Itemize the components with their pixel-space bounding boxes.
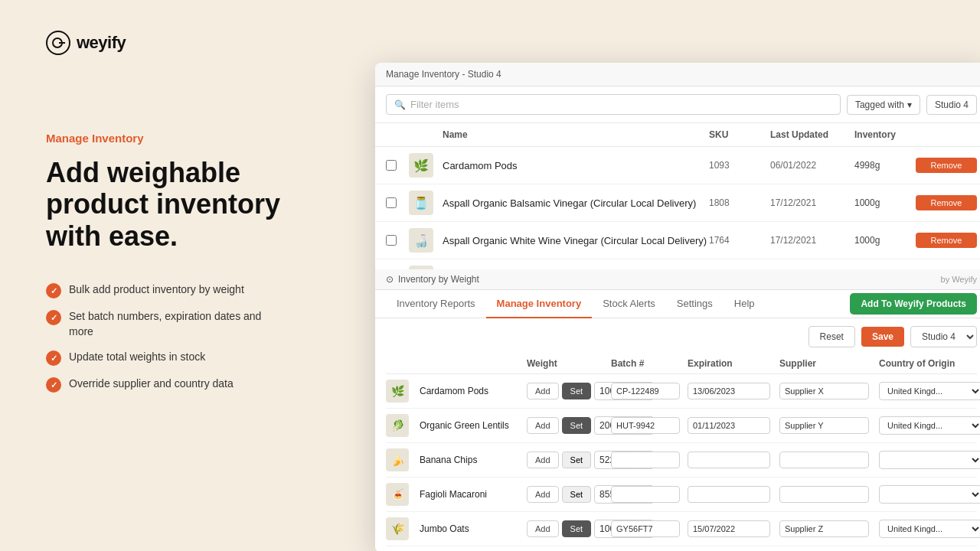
avatar: 🌿 <box>386 380 409 403</box>
feature-text: Update total weights in stock <box>69 350 205 365</box>
batch-input[interactable] <box>611 452 680 468</box>
remove-button[interactable]: Remove <box>916 233 977 248</box>
col-inventory: Inventory <box>854 129 916 140</box>
avatar: 🍶 <box>409 228 433 253</box>
tab-stock-alerts[interactable]: Stock Alerts <box>592 290 666 318</box>
product-name: Banana Chips <box>420 455 527 465</box>
list-item: Update total weights in stock <box>46 350 283 366</box>
table-header: Name SKU Last Updated Inventory <box>375 123 980 147</box>
logo-text: weyify <box>77 33 126 53</box>
feature-text: Set batch numbers, expiration dates and … <box>69 309 283 339</box>
add-button[interactable]: Add <box>527 383 559 399</box>
add-button[interactable]: Add <box>527 486 559 503</box>
tab-manage-inventory[interactable]: Manage Inventory <box>486 290 593 318</box>
left-panel: weyify Manage Inventory Add weighable pr… <box>0 0 329 551</box>
row-checkbox[interactable] <box>386 197 397 208</box>
feature-text: Override supplier and country data <box>69 377 234 392</box>
tab-inventory-reports[interactable]: Inventory Reports <box>386 290 486 318</box>
supplier-input[interactable] <box>779 417 869 434</box>
weyify-icon: ⊙ <box>386 274 394 285</box>
set-button[interactable]: Set <box>562 452 592 468</box>
remove-button[interactable]: Remove <box>916 158 977 173</box>
country-select[interactable] <box>879 485 980 504</box>
filter-bar: 🔍 Filter items Tagged with ▾ Studio 4 <box>375 86 980 123</box>
search-box[interactable]: 🔍 Filter items <box>386 94 841 115</box>
add-weyify-products-button[interactable]: Add To Weyify Products <box>850 293 977 315</box>
product-name: Jumbo Oats <box>420 523 527 534</box>
supplier-input[interactable] <box>779 486 869 503</box>
check-icon <box>46 310 61 325</box>
table-row: 🌾 Jumbo Oats 1001 06/01/2022 10000g Remo… <box>375 259 980 269</box>
manage-row: 🍌 Banana Chips Add Set ▲ ▼ <box>386 443 977 478</box>
add-button[interactable]: Add <box>527 520 559 537</box>
tab-help[interactable]: Help <box>724 290 766 318</box>
batch-input[interactable] <box>611 383 680 399</box>
reset-button[interactable]: Reset <box>808 326 855 347</box>
studio-select[interactable]: Studio 4 <box>910 326 977 347</box>
check-icon <box>46 377 61 393</box>
save-button[interactable]: Save <box>861 327 904 347</box>
table-row: 🌿 Cardamom Pods 1093 06/01/2022 4998g Re… <box>375 147 980 184</box>
avatar: 🥬 <box>386 414 409 437</box>
manage-col-name <box>420 358 527 369</box>
date-value: 06/01/2022 <box>770 160 854 171</box>
weyify-label: Inventory by Weight <box>398 274 479 285</box>
expiry-input[interactable] <box>688 383 770 399</box>
batch-input[interactable] <box>611 520 680 537</box>
search-placeholder: Filter items <box>410 99 459 110</box>
supplier-input[interactable] <box>779 520 869 537</box>
batch-input[interactable] <box>611 417 680 434</box>
set-button[interactable]: Set <box>562 520 592 537</box>
main-headline: Add weighable product inventory with eas… <box>46 157 283 252</box>
set-button[interactable]: Set <box>562 486 592 503</box>
inventory-value: 1000g <box>854 235 916 246</box>
remove-button[interactable]: Remove <box>916 195 977 210</box>
add-button[interactable]: Add <box>527 452 559 468</box>
manage-row: 🍝 Fagioli Macaroni Add Set ▲ ▼ <box>386 478 977 512</box>
date-value: 17/12/2021 <box>770 235 854 246</box>
avatar: 🍌 <box>386 448 409 471</box>
set-button[interactable]: Set <box>562 417 592 434</box>
list-item: Bulk add product inventory by weight <box>46 282 283 298</box>
col-sku: SKU <box>709 129 770 140</box>
expiry-input[interactable] <box>688 452 770 468</box>
expiry-input[interactable] <box>688 520 770 537</box>
country-select[interactable]: United Kingd... <box>879 520 980 538</box>
logo-icon <box>46 31 70 55</box>
feature-text: Bulk add product inventory by weight <box>69 282 244 298</box>
supplier-input[interactable] <box>779 452 869 468</box>
sku-value: 1764 <box>709 235 770 246</box>
supplier-input[interactable] <box>779 383 869 399</box>
expiry-input[interactable] <box>688 417 770 434</box>
country-select[interactable]: United Kingd... <box>879 416 980 435</box>
country-select[interactable]: United Kingd... <box>879 382 980 400</box>
batch-input[interactable] <box>611 486 680 503</box>
check-icon <box>46 283 61 298</box>
row-checkbox[interactable] <box>386 160 397 171</box>
app-topbar: Manage Inventory - Studio 4 <box>375 63 980 86</box>
app-title: Manage Inventory - Studio 4 <box>386 69 501 80</box>
tagged-with-button[interactable]: Tagged with ▾ <box>847 95 920 115</box>
add-button[interactable]: Add <box>527 417 559 434</box>
list-item: Set batch numbers, expiration dates and … <box>46 309 283 339</box>
set-button[interactable]: Set <box>562 383 592 399</box>
features-list: Bulk add product inventory by weight Set… <box>46 282 283 393</box>
col-name: Name <box>443 129 709 140</box>
avatar: 🫙 <box>409 191 433 215</box>
product-name: Organic Green Lentils <box>420 420 527 431</box>
avatar: 🍝 <box>386 483 409 506</box>
row-checkbox[interactable] <box>386 235 397 246</box>
country-select[interactable] <box>879 451 980 469</box>
avatar: 🌾 <box>386 517 409 540</box>
tabs-bar: Inventory Reports Manage Inventory Stock… <box>375 290 980 318</box>
product-name: Fagioli Macaroni <box>420 489 527 500</box>
expiry-input[interactable] <box>688 486 770 503</box>
tab-settings[interactable]: Settings <box>666 290 724 318</box>
inventory-value: 4998g <box>854 160 916 171</box>
manage-col-country: Country of Origin <box>879 358 980 369</box>
product-name: Aspall Organic Balsamic Vinegar (Circula… <box>443 197 709 209</box>
logo: weyify <box>46 31 283 55</box>
weyify-bar-left: ⊙ Inventory by Weight <box>386 274 479 285</box>
chevron-down-icon: ▾ <box>907 99 912 110</box>
list-item: Override supplier and country data <box>46 377 283 393</box>
